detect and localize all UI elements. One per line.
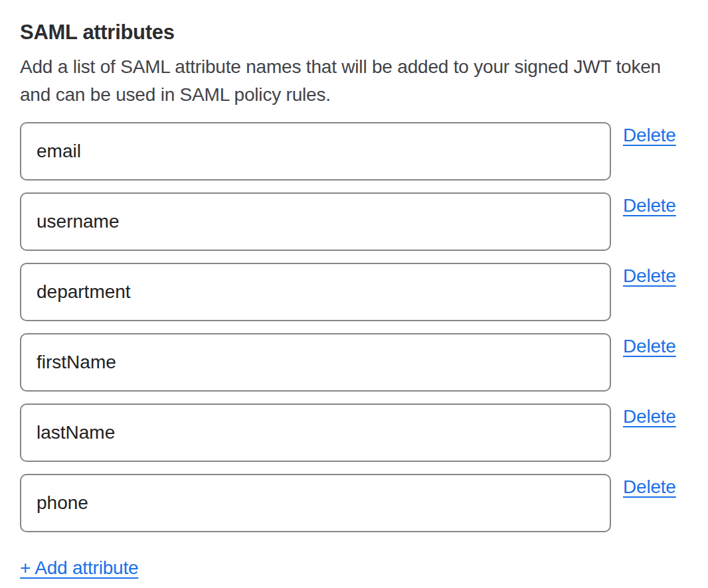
attribute-name-input[interactable] — [20, 474, 611, 532]
attribute-name-input[interactable] — [20, 122, 611, 181]
section-description: Add a list of SAML attribute names that … — [20, 53, 687, 109]
delete-cell: Delete — [623, 404, 676, 431]
delete-link[interactable]: Delete — [623, 406, 676, 427]
attribute-row: Delete — [20, 474, 688, 532]
attribute-row: Delete — [20, 192, 688, 251]
attribute-row: Delete — [20, 263, 688, 321]
add-attribute-link[interactable]: + Add attribute — [20, 556, 138, 580]
attribute-row: Delete — [20, 404, 688, 462]
attribute-name-input[interactable] — [20, 192, 611, 251]
delete-link[interactable]: Delete — [623, 477, 676, 497]
section-title: SAML attributes — [20, 20, 688, 45]
delete-cell: Delete — [623, 192, 676, 220]
delete-link[interactable]: Delete — [623, 265, 676, 286]
attribute-name-input[interactable] — [20, 333, 611, 392]
delete-link[interactable]: Delete — [623, 195, 676, 216]
attribute-list: Delete Delete Delete Delete Delete Delet… — [20, 122, 688, 532]
attribute-name-input[interactable] — [20, 404, 611, 462]
saml-attributes-section: SAML attributes Add a list of SAML attri… — [0, 0, 708, 588]
attribute-row: Delete — [20, 122, 688, 181]
delete-link[interactable]: Delete — [623, 125, 676, 145]
delete-cell: Delete — [623, 263, 676, 290]
delete-link[interactable]: Delete — [623, 336, 676, 356]
delete-cell: Delete — [623, 122, 676, 149]
attribute-name-input[interactable] — [20, 263, 611, 321]
delete-cell: Delete — [623, 333, 676, 360]
attribute-row: Delete — [20, 333, 688, 392]
delete-cell: Delete — [623, 474, 676, 501]
